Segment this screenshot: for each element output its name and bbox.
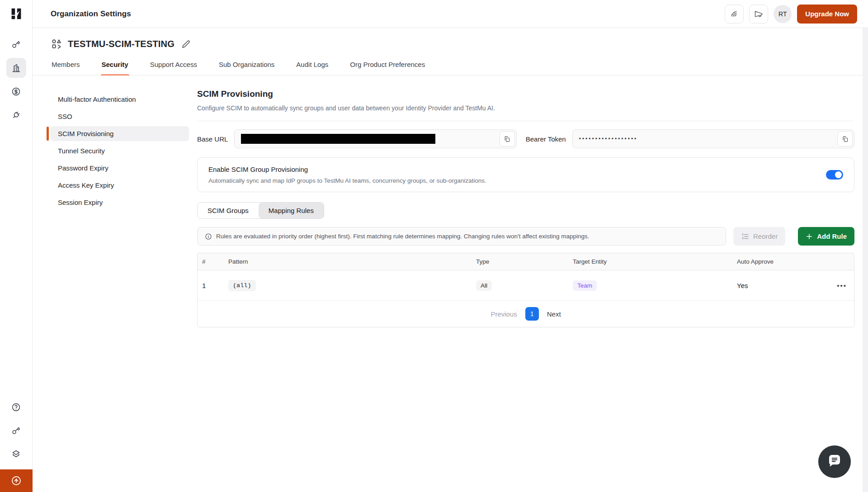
sidebar-item-keys[interactable] bbox=[6, 421, 26, 440]
scim-credentials-row: Base URL Bearer Token •••••••••••••••••• bbox=[197, 129, 854, 148]
enable-scim-group-toggle[interactable] bbox=[826, 170, 843, 180]
sidebar-item-help[interactable] bbox=[6, 397, 26, 417]
sidebar-upgrade-block[interactable] bbox=[0, 469, 33, 492]
tab-org-product-preferences[interactable]: Org Product Preferences bbox=[349, 61, 426, 75]
pagination-page-1[interactable]: 1 bbox=[525, 307, 539, 321]
sidebar-item-access-keys[interactable] bbox=[6, 34, 26, 54]
rule-target-entity-badge: Team bbox=[573, 280, 597, 291]
enable-scim-group-description: Automatically sync and map IdP groups to… bbox=[208, 177, 486, 184]
nav-item-access-key-expiry[interactable]: Access Key Expiry bbox=[51, 178, 189, 193]
tab-members[interactable]: Members bbox=[51, 61, 81, 75]
app-root: Organization Settings RT Upgrade Now bbox=[0, 0, 868, 492]
col-index: # bbox=[202, 258, 228, 265]
copy-icon bbox=[842, 136, 849, 142]
tab-scim-groups[interactable]: SCIM Groups bbox=[198, 203, 259, 218]
nav-item-scim-provisioning[interactable]: SCIM Provisioning bbox=[51, 126, 189, 141]
help-circle-icon bbox=[11, 402, 21, 412]
table-row: 1 (all) All Team Yes ••• bbox=[198, 270, 854, 301]
sidebar-item-billing[interactable] bbox=[6, 81, 26, 101]
scim-title: SCIM Provisioning bbox=[197, 89, 854, 99]
brand-logo[interactable] bbox=[7, 5, 25, 23]
reorder-button[interactable]: Reorder bbox=[733, 227, 785, 246]
bearer-token-masked-value: •••••••••••••••••• bbox=[579, 136, 638, 142]
pagination: Previous 1 Next bbox=[198, 301, 854, 327]
bearer-token-field[interactable]: •••••••••••••••••• bbox=[572, 129, 854, 148]
mapping-rules-table: # Pattern Type Target Entity Auto Approv… bbox=[197, 253, 854, 327]
org-header: TESTMU-SCIM-TESTING bbox=[33, 28, 868, 50]
rule-type-badge: All bbox=[476, 280, 492, 291]
upgrade-now-button[interactable]: Upgrade Now bbox=[797, 5, 857, 24]
reorder-label: Reorder bbox=[753, 232, 778, 240]
tab-audit-logs[interactable]: Audit Logs bbox=[295, 61, 329, 75]
status-waves-button[interactable] bbox=[725, 5, 744, 24]
tab-support-access[interactable]: Support Access bbox=[149, 61, 198, 75]
scim-panel: SCIM Provisioning Configure SCIM to auto… bbox=[192, 76, 868, 492]
enable-scim-group-text: Enable SCIM Group Provisioning Automatic… bbox=[208, 166, 486, 184]
copy-icon bbox=[504, 136, 510, 142]
plus-icon bbox=[806, 233, 813, 240]
nav-item-sso[interactable]: SSO bbox=[51, 109, 189, 124]
col-pattern: Pattern bbox=[228, 258, 476, 265]
brand-logo-icon bbox=[9, 6, 24, 21]
info-icon bbox=[205, 233, 212, 240]
organization-icon bbox=[51, 38, 62, 50]
enable-scim-group-title: Enable SCIM Group Provisioning bbox=[208, 166, 486, 173]
bearer-token-label: Bearer Token bbox=[526, 135, 566, 143]
rule-pattern-badge: (all) bbox=[228, 280, 256, 291]
page-title: Organization Settings bbox=[51, 9, 131, 19]
enable-scim-group-card: Enable SCIM Group Provisioning Automatic… bbox=[197, 157, 854, 192]
pagination-next[interactable]: Next bbox=[547, 310, 561, 318]
scim-description: Configure SCIM to automatically sync gro… bbox=[197, 104, 854, 121]
tab-mapping-rules[interactable]: Mapping Rules bbox=[259, 203, 324, 218]
col-type: Type bbox=[476, 258, 573, 265]
user-avatar[interactable]: RT bbox=[774, 5, 792, 23]
nav-item-password-expiry[interactable]: Password Expiry bbox=[51, 161, 189, 175]
sidebar-bottom-group bbox=[6, 397, 26, 464]
vertical-scrollbar[interactable] bbox=[863, 28, 868, 492]
key-icon bbox=[11, 426, 21, 435]
main-column: Organization Settings RT Upgrade Now bbox=[33, 0, 868, 492]
sidebar-top-group bbox=[6, 34, 26, 125]
key-icon bbox=[11, 40, 21, 49]
tab-sub-organizations[interactable]: Sub Organizations bbox=[218, 61, 275, 75]
sidebar-item-integrations[interactable] bbox=[6, 105, 26, 125]
dollar-circle-icon bbox=[11, 87, 21, 96]
arrow-up-circle-icon bbox=[11, 475, 22, 486]
copy-base-url-button[interactable] bbox=[500, 131, 515, 147]
rule-auto-approve: Yes bbox=[737, 282, 813, 289]
sidebar-item-organization[interactable] bbox=[6, 58, 26, 78]
nav-item-tunnel-security[interactable]: Tunnel Security bbox=[51, 143, 189, 158]
base-url-label: Base URL bbox=[197, 135, 228, 143]
add-rule-label: Add Rule bbox=[817, 232, 847, 240]
base-url-redacted-value bbox=[241, 134, 435, 144]
icon-sidebar bbox=[0, 0, 33, 492]
col-target-entity: Target Entity bbox=[573, 258, 737, 265]
nav-item-session-expiry[interactable]: Session Expiry bbox=[51, 195, 189, 210]
col-auto-approve: Auto Approve bbox=[737, 258, 813, 265]
rule-index: 1 bbox=[202, 282, 228, 289]
building-icon bbox=[11, 63, 21, 73]
status-waves-icon bbox=[730, 9, 739, 19]
base-url-field[interactable] bbox=[234, 129, 516, 148]
edit-pencil-icon[interactable] bbox=[182, 40, 190, 48]
sidebar-item-stacks[interactable] bbox=[6, 444, 26, 464]
scim-view-tabs: SCIM Groups Mapping Rules bbox=[197, 202, 324, 219]
nav-item-mfa[interactable]: Multi-factor Authentication bbox=[51, 92, 189, 107]
chat-widget-button[interactable] bbox=[818, 445, 851, 478]
plug-icon bbox=[11, 110, 21, 120]
chat-bubble-icon bbox=[826, 454, 843, 470]
numbered-list-icon bbox=[741, 232, 749, 241]
pagination-previous[interactable]: Previous bbox=[491, 310, 517, 318]
topbar: Organization Settings RT Upgrade Now bbox=[33, 0, 868, 28]
toggle-knob bbox=[835, 171, 842, 178]
table-header-row: # Pattern Type Target Entity Auto Approv… bbox=[198, 253, 854, 270]
row-actions-menu-button[interactable]: ••• bbox=[813, 282, 849, 289]
security-body: Multi-factor Authentication SSO SCIM Pro… bbox=[33, 76, 868, 492]
add-rule-button[interactable]: Add Rule bbox=[798, 227, 854, 246]
mapping-rules-toolbar: Rules are evaluated in priority order (h… bbox=[197, 227, 854, 246]
copy-bearer-token-button[interactable] bbox=[837, 131, 853, 147]
org-name: TESTMU-SCIM-TESTING bbox=[68, 39, 175, 49]
tab-security[interactable]: Security bbox=[101, 61, 129, 75]
announcements-button[interactable] bbox=[749, 5, 768, 24]
megaphone-icon bbox=[754, 9, 763, 19]
